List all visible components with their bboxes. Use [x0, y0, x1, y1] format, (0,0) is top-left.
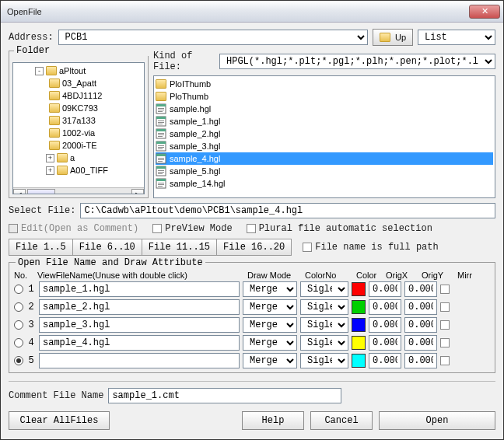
folder-tree[interactable]: -aPltout03_Apatt4BDJ111209KC793317a13310… — [13, 63, 144, 187]
colorno-select[interactable]: Sigle — [300, 299, 348, 315]
plural-checkbox-wrap[interactable]: Plural file automatic selection — [247, 223, 432, 234]
color-swatch[interactable] — [352, 336, 366, 350]
mirror-checkbox[interactable] — [440, 320, 450, 330]
color-swatch[interactable] — [352, 282, 366, 296]
view-mode-select[interactable]: List — [418, 30, 495, 45]
folder-icon — [57, 153, 68, 162]
colorno-select[interactable]: Sigle — [300, 281, 348, 297]
colorno-select[interactable]: Sigle — [300, 317, 348, 333]
tree-row[interactable]: 2000i-TE — [15, 139, 142, 152]
origy-input[interactable] — [404, 353, 437, 368]
svg-rect-22 — [158, 158, 164, 159]
plural-checkbox[interactable] — [247, 224, 256, 233]
comment-input[interactable] — [108, 388, 341, 403]
row-number: 2 — [26, 302, 36, 313]
draw-mode-select[interactable]: Merge — [243, 299, 297, 315]
colorno-select[interactable]: Sigle — [300, 353, 348, 368]
tree-row[interactable]: 03_Apatt — [15, 77, 142, 89]
preview-checkbox-wrap[interactable]: PreView Mode — [152, 223, 232, 234]
file-row[interactable]: sample_3.hgl — [156, 140, 493, 152]
origy-input[interactable] — [404, 335, 437, 351]
scroll-left-icon[interactable]: ◄ — [13, 189, 26, 195]
fullpath-checkbox[interactable] — [303, 243, 312, 252]
preview-checkbox[interactable] — [152, 224, 162, 233]
clear-button[interactable]: Clear AllFiles — [9, 411, 110, 430]
hdr-color: Color — [356, 271, 386, 280]
row-filename[interactable] — [39, 353, 240, 368]
colorno-select[interactable]: Sigle — [300, 335, 348, 351]
svg-rect-32 — [158, 183, 164, 183]
row-filename[interactable] — [39, 281, 240, 297]
mirror-checkbox[interactable] — [440, 285, 450, 294]
file-row[interactable]: sample_4.hgl — [156, 152, 493, 165]
expand-icon[interactable]: + — [46, 166, 54, 175]
row-radio[interactable] — [14, 285, 23, 294]
row-radio[interactable] — [14, 320, 23, 330]
tree-row[interactable]: +A00_TIFF — [15, 164, 142, 176]
row-radio[interactable] — [14, 302, 23, 312]
folder-icon — [49, 79, 60, 88]
tab[interactable]: File 16..20 — [216, 239, 292, 256]
expand-icon[interactable]: + — [46, 154, 54, 162]
kind-select[interactable]: HPGL(*.hgl;*.plt;*.pgl;*.plh;*.pen;*.plo… — [219, 54, 495, 69]
origx-input[interactable] — [369, 281, 401, 297]
cancel-button[interactable]: Cancel — [310, 411, 373, 430]
origx-input[interactable] — [369, 299, 401, 315]
tab[interactable]: File 6..10 — [72, 239, 142, 256]
row-radio[interactable] — [14, 338, 23, 347]
svg-rect-28 — [158, 172, 164, 173]
comment-row: Comment File Name — [9, 388, 495, 403]
close-button[interactable]: ✕ — [469, 5, 500, 19]
tab[interactable]: File 1..5 — [9, 239, 72, 256]
origx-input[interactable] — [369, 353, 401, 368]
tree-row[interactable]: 1002-via — [15, 127, 142, 139]
origy-input[interactable] — [404, 299, 437, 315]
file-row[interactable]: sample.hgl — [156, 103, 493, 115]
openfile-window: OpenFile ✕ Address: PCB1 Up List Folder … — [0, 0, 504, 440]
select-file-input[interactable] — [80, 203, 495, 218]
origy-input[interactable] — [404, 281, 437, 297]
tree-row[interactable]: +a — [15, 152, 142, 164]
up-button[interactable]: Up — [373, 29, 413, 46]
origx-input[interactable] — [369, 335, 401, 351]
help-button[interactable]: Help — [242, 411, 304, 430]
attr-row: 3MergeSigle — [14, 317, 490, 333]
folder-hscroll[interactable]: ◄ ► — [13, 187, 144, 194]
origy-input[interactable] — [404, 317, 437, 333]
tree-row[interactable]: 317a133 — [15, 114, 142, 127]
options-row: Edit(Open as Comment) PreView Mode Plura… — [9, 223, 495, 234]
file-list[interactable]: PloIThumbPloThumbsample.hglsample_1.hgls… — [153, 75, 495, 198]
draw-mode-select[interactable]: Merge — [243, 335, 297, 351]
scroll-right-icon[interactable]: ► — [131, 189, 144, 195]
open-button[interactable]: Open — [379, 411, 495, 430]
tree-row[interactable]: 09KC793 — [15, 102, 142, 114]
mirror-checkbox[interactable] — [440, 356, 450, 365]
expand-icon[interactable]: - — [35, 67, 44, 75]
tab[interactable]: File 11..15 — [142, 239, 216, 256]
row-filename[interactable] — [39, 335, 240, 351]
color-swatch[interactable] — [352, 318, 366, 332]
draw-mode-select[interactable]: Merge — [243, 281, 297, 297]
file-row[interactable]: sample_2.hgl — [156, 127, 493, 140]
mirror-checkbox[interactable] — [440, 302, 450, 312]
file-row[interactable]: PloThumb — [156, 90, 493, 103]
origx-input[interactable] — [369, 317, 401, 333]
scroll-thumb[interactable] — [27, 189, 55, 195]
color-swatch[interactable] — [352, 300, 366, 314]
row-filename[interactable] — [39, 317, 240, 333]
address-select[interactable]: PCB1 — [58, 30, 368, 45]
row-radio[interactable] — [14, 356, 23, 365]
draw-mode-select[interactable]: Merge — [243, 353, 297, 368]
file-row[interactable]: PloIThumb — [156, 78, 493, 90]
color-swatch[interactable] — [352, 354, 366, 368]
file-row[interactable]: sample_14.hgl — [156, 177, 493, 190]
fullpath-checkbox-wrap[interactable]: File name is full path — [303, 242, 438, 253]
file-row[interactable]: sample_1.hgl — [156, 115, 493, 127]
row-filename[interactable] — [39, 299, 240, 315]
tree-row[interactable]: 4BDJ1112 — [15, 89, 142, 102]
draw-mode-select[interactable]: Merge — [243, 317, 297, 333]
rows: 1MergeSigle2MergeSigle3MergeSigle4MergeS… — [14, 281, 490, 368]
tree-row[interactable]: -aPltout — [15, 65, 142, 77]
mirror-checkbox[interactable] — [440, 338, 450, 347]
file-row[interactable]: sample_5.hgl — [156, 165, 493, 177]
